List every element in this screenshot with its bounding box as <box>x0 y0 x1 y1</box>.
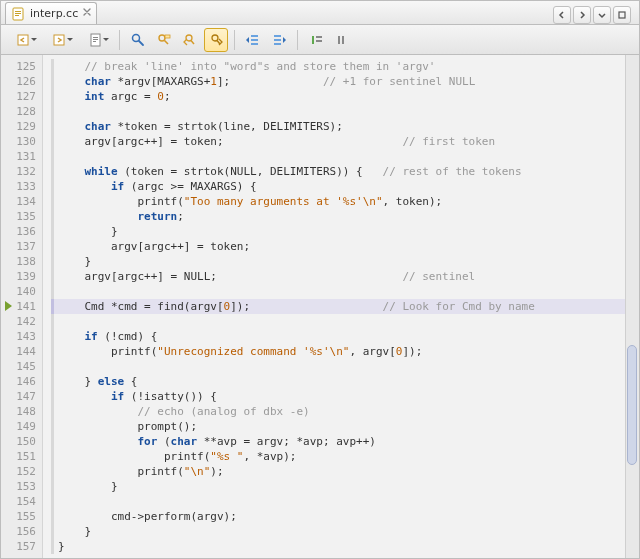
code-line[interactable]: if (!isatty()) { <box>51 389 625 404</box>
line-number: 139 <box>1 269 36 284</box>
line-number: 150 <box>1 434 36 449</box>
svg-rect-8 <box>93 37 98 38</box>
code-line[interactable]: Cmd *cmd = find(argv[0]); // Look for Cm… <box>51 299 625 314</box>
code-line[interactable] <box>51 494 625 509</box>
svg-rect-16 <box>251 35 258 37</box>
svg-point-15 <box>212 35 218 41</box>
svg-rect-4 <box>619 12 625 18</box>
svg-point-12 <box>159 35 165 41</box>
code-line[interactable]: return; <box>51 209 625 224</box>
line-number: 154 <box>1 494 36 509</box>
code-line[interactable]: } <box>51 254 625 269</box>
editor-toolbar <box>1 25 639 55</box>
line-number: 148 <box>1 404 36 419</box>
code-line[interactable]: // echo (analog of dbx -e) <box>51 404 625 419</box>
line-number: 129 <box>1 119 36 134</box>
code-line[interactable]: } else { <box>51 374 625 389</box>
svg-rect-9 <box>93 39 98 40</box>
svg-rect-25 <box>338 36 340 44</box>
code-line[interactable]: char *argv[MAXARGS+1]; // +1 for sentine… <box>51 74 625 89</box>
file-tab[interactable]: interp.cc <box>5 2 97 24</box>
svg-rect-10 <box>93 41 96 42</box>
code-line[interactable] <box>51 149 625 164</box>
svg-rect-13 <box>165 35 170 38</box>
line-number: 146 <box>1 374 36 389</box>
code-line[interactable]: char *token = strtok(line, DELIMITERS); <box>51 119 625 134</box>
code-line[interactable]: printf("\n"); <box>51 464 625 479</box>
tab-maximize-button[interactable] <box>613 6 631 24</box>
source-back-button[interactable] <box>7 28 41 52</box>
code-line[interactable]: } <box>51 539 625 554</box>
line-number: 145 <box>1 359 36 374</box>
code-line[interactable]: printf("Too many arguments at '%s'\n", t… <box>51 194 625 209</box>
code-line[interactable] <box>51 284 625 299</box>
code-line[interactable] <box>51 314 625 329</box>
svg-rect-6 <box>54 35 64 45</box>
tab-scroll-right-button[interactable] <box>573 6 591 24</box>
svg-rect-20 <box>274 39 281 41</box>
document-button[interactable] <box>79 28 113 52</box>
tab-list-button[interactable] <box>593 6 611 24</box>
line-number: 156 <box>1 524 36 539</box>
line-number: 142 <box>1 314 36 329</box>
line-number: 136 <box>1 224 36 239</box>
find-selection-button[interactable] <box>152 28 176 52</box>
toolbar-separator <box>234 30 235 50</box>
code-line[interactable]: cmd->perform(argv); <box>51 509 625 524</box>
line-number: 131 <box>1 149 36 164</box>
line-number: 125 <box>1 59 36 74</box>
comment-button[interactable] <box>304 28 328 52</box>
source-forward-button[interactable] <box>43 28 77 52</box>
scrollbar-thumb[interactable] <box>627 345 637 465</box>
line-number: 141 <box>1 299 36 314</box>
file-tab-label: interp.cc <box>30 7 78 20</box>
uncomment-button[interactable] <box>330 28 354 52</box>
line-number: 127 <box>1 89 36 104</box>
line-number: 149 <box>1 419 36 434</box>
find-previous-button[interactable] <box>178 28 202 52</box>
code-line[interactable] <box>51 104 625 119</box>
svg-rect-18 <box>251 43 258 45</box>
code-line[interactable]: argv[argc++] = NULL; // sentinel <box>51 269 625 284</box>
line-number: 135 <box>1 209 36 224</box>
svg-rect-19 <box>274 35 281 37</box>
line-number: 157 <box>1 539 36 554</box>
cpp-file-icon <box>12 7 26 21</box>
svg-rect-5 <box>18 35 28 45</box>
code-line[interactable]: printf("%s ", *avp); <box>51 449 625 464</box>
shift-right-button[interactable] <box>267 28 291 52</box>
code-line[interactable]: } <box>51 224 625 239</box>
vertical-scrollbar[interactable] <box>625 55 639 558</box>
shift-left-button[interactable] <box>241 28 265 52</box>
code-line[interactable]: if (!cmd) { <box>51 329 625 344</box>
code-line[interactable]: for (char **avp = argv; *avp; avp++) <box>51 434 625 449</box>
code-line[interactable]: printf("Unrecognized command '%s'\n", ar… <box>51 344 625 359</box>
code-line[interactable]: // break 'line' into "word"s and store t… <box>51 59 625 74</box>
code-line[interactable] <box>51 359 625 374</box>
code-line[interactable]: while (token = strtok(NULL, DELIMITERS))… <box>51 164 625 179</box>
code-line[interactable]: if (argc >= MAXARGS) { <box>51 179 625 194</box>
code-editor[interactable]: 1251261271281291301311321331341351361371… <box>1 55 639 558</box>
close-tab-button[interactable] <box>82 7 92 17</box>
code-line[interactable]: } <box>51 479 625 494</box>
tab-bar: interp.cc <box>1 1 639 25</box>
code-line[interactable]: } <box>51 524 625 539</box>
line-number: 143 <box>1 329 36 344</box>
tab-nav-buttons <box>553 6 635 24</box>
code-area[interactable]: // break 'line' into "word"s and store t… <box>43 55 625 558</box>
code-line[interactable]: prompt(); <box>51 419 625 434</box>
find-button[interactable] <box>126 28 150 52</box>
svg-rect-22 <box>312 36 314 44</box>
code-line[interactable]: int argc = 0; <box>51 89 625 104</box>
tab-scroll-left-button[interactable] <box>553 6 571 24</box>
find-next-button[interactable] <box>204 28 228 52</box>
line-number: 133 <box>1 179 36 194</box>
editor-window: interp.cc 1251261271281291301311321 <box>0 0 640 559</box>
svg-rect-17 <box>251 39 258 41</box>
code-line[interactable]: argv[argc++] = token; // first token <box>51 134 625 149</box>
svg-rect-24 <box>316 40 322 42</box>
code-line[interactable]: argv[argc++] = token; <box>51 239 625 254</box>
line-number: 126 <box>1 74 36 89</box>
line-number: 140 <box>1 284 36 299</box>
line-number: 152 <box>1 464 36 479</box>
